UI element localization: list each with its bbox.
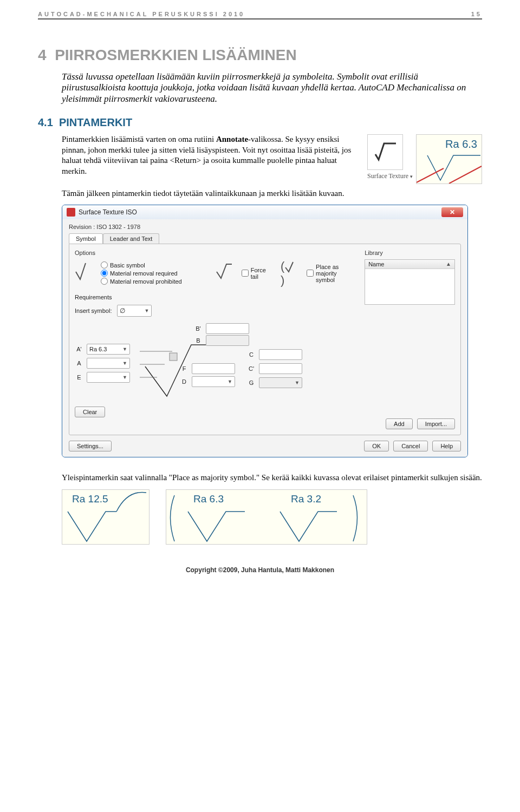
radio-material-required[interactable]: Material removal required — [101, 270, 182, 277]
paragraph-1: Pintamerkkien lisäämistä varten on oma r… — [62, 134, 359, 184]
requirements-label: Requirements — [75, 294, 354, 300]
field-C-prime[interactable] — [259, 363, 302, 374]
field-B[interactable] — [206, 335, 249, 346]
tail-symbol-icon — [216, 263, 232, 283]
field-C[interactable] — [259, 349, 302, 360]
library-label: Library — [365, 250, 455, 256]
insert-symbol-label: Insert symbol: — [75, 307, 112, 314]
field-G[interactable]: ▼ — [259, 377, 302, 388]
sqrt-icon — [367, 134, 403, 170]
options-label: Options — [75, 250, 354, 256]
figure-ra125: Ra 12.5 — [62, 489, 150, 545]
chapter-title: 4 PIIRROSMERKKIEN LISÄÄMINEN — [38, 47, 482, 64]
checkbox-majority-symbol[interactable]: Place as majority symbol — [307, 264, 354, 283]
radio-basic-symbol[interactable]: Basic symbol — [101, 261, 182, 269]
add-button[interactable]: Add — [386, 418, 413, 429]
svg-line-2 — [145, 366, 167, 396]
clear-button[interactable]: Clear — [75, 407, 105, 417]
svg-rect-3 — [170, 353, 177, 361]
header-title: AUTOCAD-MECHANICAL PERUSKURSSI 2010 — [38, 11, 245, 17]
field-A[interactable]: ▼ — [87, 358, 130, 369]
ra63-figure: Ra 6.3 — [416, 134, 482, 184]
tab-leader-text[interactable]: Leader and Text — [103, 233, 160, 244]
surface-texture-dialog: Surface Texture ISO ✕ Revision : ISO 130… — [62, 205, 468, 457]
figure-ra63-ra32: Ra 6.3 Ra 3.2 — [166, 489, 367, 545]
close-icon[interactable]: ✕ — [441, 207, 463, 217]
schema-diagram: B' B F D▼ — [140, 323, 237, 399]
insert-symbol-select[interactable]: ∅▼ — [117, 305, 152, 317]
field-D[interactable]: ▼ — [192, 376, 235, 387]
surface-texture-caption: Surface Texture ▾ — [367, 172, 413, 180]
import-button[interactable]: Import... — [417, 418, 455, 429]
checkbox-force-tail[interactable]: Force tail — [242, 267, 271, 280]
svg-line-0 — [417, 168, 444, 182]
page-number: 15 — [471, 11, 482, 17]
figure-surface-texture: Surface Texture ▾ Ra 6.3 — [367, 134, 482, 184]
field-A-prime[interactable]: Ra 6.3▼ — [87, 344, 130, 355]
page-footer: Copyright ©2009, Juha Hantula, Matti Mak… — [38, 566, 482, 574]
field-F[interactable] — [192, 363, 235, 374]
paren-symbol-icon: () — [281, 259, 297, 287]
library-listbox[interactable]: Name ▲ — [365, 259, 455, 305]
svg-line-1 — [449, 166, 482, 184]
help-button[interactable]: Help — [432, 441, 461, 451]
bottom-figures: Ra 12.5 Ra 6.3 Ra 3.2 — [62, 489, 482, 545]
settings-button[interactable]: Settings... — [69, 441, 112, 451]
revision-label: Revision : ISO 1302 - 1978 — [69, 224, 461, 230]
ok-button[interactable]: OK — [364, 441, 389, 451]
sort-icon[interactable]: ▲ — [446, 261, 451, 267]
dialog-titlebar: Surface Texture ISO ✕ — [62, 205, 467, 219]
cancel-button[interactable]: Cancel — [393, 441, 428, 451]
library-column-name: Name — [368, 261, 384, 267]
page-header: AUTOCAD-MECHANICAL PERUSKURSSI 2010 15 — [38, 11, 482, 19]
bottom-paragraph: Yleispintamerkin saat valinnalla "Place … — [62, 473, 482, 483]
field-B-prime[interactable] — [206, 323, 249, 334]
paragraph-2: Tämän jälkeen pintamerkin tiedot täytetä… — [62, 188, 482, 199]
dialog-app-icon — [67, 208, 75, 217]
radio-material-prohibited[interactable]: Material removal prohibited — [101, 278, 182, 285]
tab-symbol[interactable]: Symbol — [69, 233, 103, 244]
intro-paragraph: Tässä luvussa opetellaan lisäämään kuvii… — [62, 71, 482, 104]
section-title: 4.1 PINTAMERKIT — [38, 116, 482, 129]
field-E[interactable]: ▼ — [87, 372, 130, 383]
surface-symbol-icon — [75, 262, 91, 284]
dialog-title: Surface Texture ISO — [79, 208, 137, 216]
